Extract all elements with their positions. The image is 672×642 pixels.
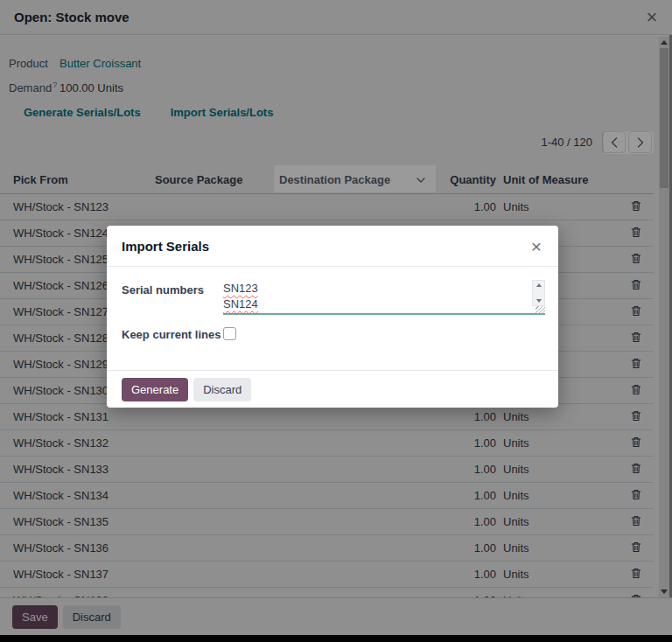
- serial-numbers-label: Serial numbers: [122, 283, 204, 297]
- serial-numbers-input[interactable]: SN123SN124: [223, 278, 545, 315]
- modal-header: Import Serials ×: [107, 226, 558, 267]
- close-icon: ×: [531, 236, 542, 256]
- serial-numbers-value: SN123SN124: [223, 278, 545, 312]
- modal-footer: Generate Discard: [107, 370, 558, 408]
- serial-line: SN124: [223, 297, 258, 312]
- modal-generate-button[interactable]: Generate: [122, 378, 188, 401]
- modal-close-button[interactable]: ×: [523, 234, 550, 260]
- textarea-scroll-up-icon[interactable]: [536, 283, 542, 287]
- textarea-scroll-down-icon[interactable]: [536, 299, 542, 303]
- textarea-scrollbar[interactable]: [532, 280, 545, 306]
- serial-line: SN123: [223, 281, 258, 297]
- textarea-resize-handle[interactable]: [536, 306, 545, 314]
- import-serials-modal: Import Serials × Serial numbers SN123SN1…: [107, 226, 558, 408]
- keep-current-lines-checkbox[interactable]: [223, 327, 236, 340]
- modal-discard-button[interactable]: Discard: [193, 378, 251, 401]
- keep-current-lines-label: Keep current lines: [122, 328, 220, 341]
- screen: Open: Stock move × Product Butter Croiss…: [0, 0, 672, 642]
- modal-title: Import Serials: [122, 226, 209, 267]
